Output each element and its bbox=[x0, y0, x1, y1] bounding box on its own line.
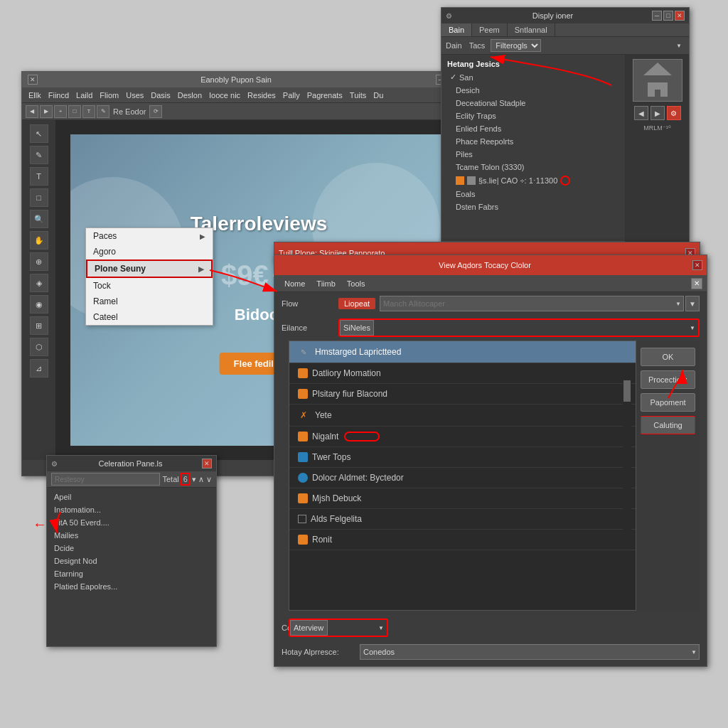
di-enlied[interactable]: Enlied Fends bbox=[444, 122, 622, 135]
toolbar-btn-3[interactable]: + bbox=[54, 105, 67, 118]
va-menu-nome[interactable]: Nome bbox=[279, 279, 311, 288]
va-ok-btn[interactable]: OK bbox=[641, 348, 695, 366]
va-plugin-twer[interactable]: Twer Tops bbox=[289, 447, 692, 468]
di-min-btn[interactable]: ─ bbox=[652, 11, 662, 21]
menu-laild[interactable]: Laild bbox=[73, 91, 96, 100]
x-icon: ✗ bbox=[298, 410, 309, 421]
menu-resides[interactable]: Resides bbox=[244, 91, 279, 100]
di-tab-bain[interactable]: Bain bbox=[441, 23, 472, 36]
va-hotay-select[interactable]: Conedos bbox=[360, 644, 700, 660]
ctx-tock[interactable]: Tock bbox=[86, 278, 213, 294]
va-plugin-plsitary[interactable]: Plsitary fiur Blacond bbox=[289, 384, 692, 405]
va-menu-tools[interactable]: Tools bbox=[341, 279, 371, 288]
tool-select[interactable]: ↖ bbox=[30, 124, 48, 143]
menu-fiincd[interactable]: Fiincd bbox=[45, 91, 73, 100]
di-tab-peem[interactable]: Peem bbox=[472, 23, 508, 36]
va-plugin-alds[interactable]: Alds Felgelita bbox=[289, 509, 692, 530]
di-slie[interactable]: §s.lie| CAO ÷: 1⋅11300 bbox=[444, 173, 622, 188]
cp-instomation[interactable]: Instomation... bbox=[47, 503, 216, 516]
va-inner-close[interactable]: ✕ bbox=[691, 278, 702, 289]
di-tab-sntlannal[interactable]: Sntlannal bbox=[508, 23, 555, 36]
di-eclity[interactable]: Eclity Traps bbox=[444, 109, 622, 122]
menu-ellk[interactable]: Ellk bbox=[25, 91, 45, 100]
tool-extra1[interactable]: ⬡ bbox=[30, 338, 48, 356]
di-dsten[interactable]: Dsten Fabrs bbox=[444, 200, 622, 213]
va-close-btn[interactable]: ✕ bbox=[692, 260, 702, 270]
menu-du[interactable]: Du bbox=[370, 91, 387, 100]
va-papoment-btn[interactable]: Papoment bbox=[641, 393, 695, 412]
va-procection-btn[interactable]: Procection: bbox=[641, 370, 695, 389]
va-caluting-btn[interactable]: Caluting bbox=[641, 416, 695, 434]
di-prev-btn[interactable]: ◀ bbox=[634, 106, 648, 120]
di-desich[interactable]: Desich bbox=[444, 84, 622, 97]
va-scrollbar-thumb[interactable] bbox=[623, 380, 631, 402]
close-btn-main[interactable]: ✕ bbox=[28, 75, 38, 85]
di-tcame[interactable]: Tcame Tolon (3330) bbox=[444, 161, 622, 173]
menu-deslon[interactable]: Deslon bbox=[174, 91, 205, 100]
toolbar-btn-1[interactable]: ◀ bbox=[26, 105, 38, 118]
va-plugin-ronit[interactable]: Ronit bbox=[289, 530, 692, 550]
tool-zoom[interactable]: 🔍 bbox=[30, 210, 48, 228]
di-max-btn[interactable]: □ bbox=[663, 11, 673, 21]
va-plugin-datliory[interactable]: Datliory Momation bbox=[289, 363, 692, 384]
va-coffie-select[interactable]: Aterview bbox=[290, 620, 328, 636]
tool-eye[interactable]: ◉ bbox=[30, 295, 48, 314]
cp-mailies[interactable]: Mailies bbox=[47, 529, 216, 542]
ctx-plone-seuny[interactable]: Plone Seuny ▶ bbox=[86, 259, 213, 278]
di-action-btn[interactable]: ⚙ bbox=[667, 106, 681, 120]
ctx-agoro[interactable]: Agoro bbox=[86, 244, 213, 259]
menu-iooce[interactable]: Iooce nic bbox=[205, 91, 244, 100]
di-eoals[interactable]: Eoals bbox=[444, 188, 622, 200]
menu-uses[interactable]: Uses bbox=[122, 91, 147, 100]
di-next-btn[interactable]: ▶ bbox=[651, 106, 665, 120]
va-eilance-select[interactable]: SiNeles bbox=[340, 320, 374, 336]
tool-shape[interactable]: □ bbox=[30, 188, 48, 207]
va-plugin-dolocr[interactable]: Dolocr Aldmet: Byctedor bbox=[289, 468, 692, 488]
tool-fill[interactable]: ◈ bbox=[30, 274, 48, 292]
toolbar-btn-2[interactable]: ▶ bbox=[40, 105, 53, 118]
toolbar-btn-6[interactable]: ✎ bbox=[97, 105, 109, 118]
di-piles[interactable]: Piles bbox=[444, 148, 622, 161]
toolbar-btn-5[interactable]: T bbox=[82, 105, 95, 118]
tool-pen[interactable]: ✎ bbox=[30, 146, 48, 164]
toolbar-btn-7[interactable]: ⟳ bbox=[149, 105, 162, 118]
cp-close-btn[interactable]: ✕ bbox=[202, 459, 212, 469]
tool-extra2[interactable]: ⊿ bbox=[30, 359, 48, 378]
cp-etarning[interactable]: Etarning bbox=[47, 567, 216, 580]
toolbar-btn-4[interactable]: □ bbox=[68, 105, 81, 118]
va-search-input[interactable] bbox=[380, 296, 684, 311]
di-deceational[interactable]: Deceational Stadple bbox=[444, 97, 622, 109]
va-liopeat-tab[interactable]: Liopeat bbox=[338, 298, 375, 309]
cp-apeil[interactable]: Apeil bbox=[47, 491, 216, 503]
cp-designt[interactable]: Designt Nod bbox=[47, 555, 216, 567]
menu-pagrenats[interactable]: Pagrenats bbox=[304, 91, 346, 100]
va-scrollbar[interactable] bbox=[623, 380, 631, 540]
va-search-btn[interactable]: ▼ bbox=[685, 296, 700, 311]
ctx-paces[interactable]: Paces ▶ bbox=[86, 228, 213, 244]
tool-hand[interactable]: ✋ bbox=[30, 231, 48, 250]
orange-sq-icon-1 bbox=[298, 368, 308, 378]
ctx-cateel[interactable]: Cateel bbox=[86, 309, 213, 325]
di-san[interactable]: ✓ San bbox=[444, 70, 622, 84]
cp-dcide[interactable]: Dcide bbox=[47, 542, 216, 555]
di-hetang[interactable]: Hetang Jesics bbox=[444, 58, 622, 70]
menu-fliom[interactable]: Fliom bbox=[96, 91, 122, 100]
ctx-ramel[interactable]: Ramel bbox=[86, 294, 213, 309]
cp-platied[interactable]: Platied Eapolres... bbox=[47, 580, 216, 593]
tool-crop[interactable]: ⊕ bbox=[30, 252, 48, 271]
va-menu-tiimb[interactable]: Tiimb bbox=[311, 279, 341, 288]
menu-dasis[interactable]: Dasis bbox=[147, 91, 174, 100]
menu-tuits[interactable]: Tuits bbox=[346, 91, 370, 100]
va-plugin-hmstarged[interactable]: ✎ Hmstarged Laprictteed bbox=[289, 341, 692, 363]
tool-node[interactable]: ⊞ bbox=[30, 316, 48, 335]
va-plugin-yete[interactable]: ✗ Yete bbox=[289, 405, 692, 427]
cp-tita50[interactable]: TitA 50 Everd.... bbox=[47, 516, 216, 529]
tool-text[interactable]: T bbox=[30, 167, 48, 186]
di-phace[interactable]: Phace Reepolrts bbox=[444, 135, 622, 148]
di-filter-select[interactable]: Filterogls bbox=[491, 39, 541, 52]
menu-pally[interactable]: Pally bbox=[279, 91, 304, 100]
va-plugin-mjsh[interactable]: Mjsh Debuck bbox=[289, 488, 692, 509]
cp-search-input[interactable] bbox=[51, 473, 160, 486]
di-close-btn[interactable]: ✕ bbox=[675, 11, 685, 21]
va-plugin-nigalnt[interactable]: Nigalnt bbox=[289, 427, 692, 447]
